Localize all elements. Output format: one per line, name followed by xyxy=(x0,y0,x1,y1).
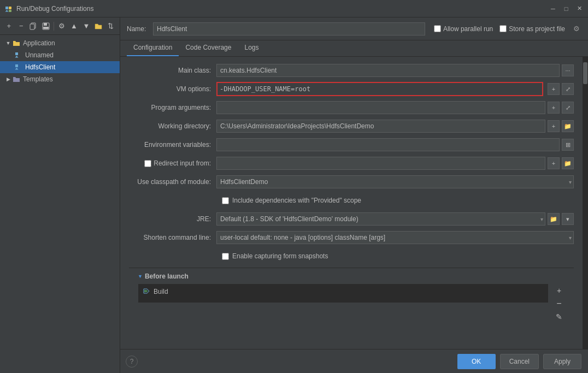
help-button[interactable]: ? xyxy=(126,356,138,368)
main-class-input[interactable] xyxy=(216,64,560,77)
gear-settings-button[interactable]: ⚙ xyxy=(572,24,581,34)
maximize-button[interactable]: □ xyxy=(562,4,571,13)
vm-options-input[interactable] xyxy=(220,85,540,93)
shorten-cmd-select[interactable]: user-local default: none - java [options… xyxy=(216,231,574,244)
before-launch-remove-button[interactable]: − xyxy=(553,298,565,310)
program-arguments-row: Program arguments: + ⤢ xyxy=(129,100,574,115)
move-down-button: ▼ xyxy=(81,20,92,32)
launch-item-build: Build xyxy=(138,284,548,299)
shorten-cmd-row: Shorten command line: user-local default… xyxy=(129,230,574,245)
shorten-cmd-wrapper: user-local default: none - java [options… xyxy=(216,231,574,244)
add-config-button[interactable]: + xyxy=(3,20,14,32)
tree-item-application[interactable]: ▼ Application xyxy=(0,37,120,49)
working-directory-label: Working directory: xyxy=(129,122,216,130)
shorten-cmd-label: Shorten command line: xyxy=(129,234,216,241)
tab-configuration[interactable]: Configuration xyxy=(127,40,179,56)
jre-dropdown-button[interactable]: ▾ xyxy=(562,213,574,225)
before-launch-section: ▼ Before launch xyxy=(129,268,574,327)
name-input[interactable] xyxy=(153,22,425,35)
jre-browse-button[interactable]: 📁 xyxy=(548,213,560,225)
name-options: Allow parallel run Store as project file… xyxy=(434,24,581,34)
main-class-browse-button[interactable]: ··· xyxy=(562,64,574,76)
working-directory-browse-button[interactable]: 📁 xyxy=(562,120,574,132)
program-arguments-label: Program arguments: xyxy=(129,104,216,111)
program-arguments-input[interactable] xyxy=(216,101,545,114)
redirect-input-row: Redirect input from: + 📁 xyxy=(129,156,574,170)
svg-marker-10 xyxy=(15,56,19,58)
vm-options-expand-button[interactable]: ⤢ xyxy=(562,83,574,95)
redirect-input-checkbox[interactable] xyxy=(144,160,151,167)
working-directory-add-button[interactable]: + xyxy=(548,120,560,132)
move-up-button[interactable]: ▲ xyxy=(68,20,79,32)
tree-arrow-application[interactable]: ▼ xyxy=(4,39,12,47)
tab-logs[interactable]: Logs xyxy=(238,40,265,56)
before-launch-arrow[interactable]: ▼ xyxy=(138,274,143,279)
allow-parallel-run-label[interactable]: Allow parallel run xyxy=(434,25,493,33)
jre-field: Default (1.8 - SDK of 'HdfsClientDemo' m… xyxy=(216,212,574,226)
enable-snapshots-checkbox[interactable] xyxy=(222,253,229,260)
launch-controls: + − ✎ xyxy=(553,283,565,323)
tab-code-coverage[interactable]: Code Coverage xyxy=(179,40,238,56)
allow-parallel-run-checkbox[interactable] xyxy=(434,25,441,32)
close-button[interactable]: ✕ xyxy=(575,4,584,13)
program-arguments-expand-button[interactable]: ⤢ xyxy=(562,102,574,114)
right-scrollbar[interactable] xyxy=(583,57,588,349)
program-arguments-field: + ⤢ xyxy=(216,101,574,114)
working-directory-field: + 📁 xyxy=(216,120,574,133)
vm-options-row: VM options: + ⤢ xyxy=(129,82,574,96)
remove-config-button[interactable]: − xyxy=(15,20,26,32)
enable-snapshots-row: Enable capturing form snapshots xyxy=(129,249,574,263)
main-class-field: ··· xyxy=(216,64,574,77)
before-launch-edit-button[interactable]: ✎ xyxy=(553,311,565,323)
redirect-input-input[interactable] xyxy=(216,157,545,170)
tree-label-templates: Templates xyxy=(23,75,53,83)
environment-variables-row: Environment variables: ⊞ xyxy=(129,138,574,152)
environment-variables-label: Environment variables: xyxy=(129,141,216,149)
working-directory-row: Working directory: + 📁 xyxy=(129,119,574,133)
copy-config-button[interactable] xyxy=(28,20,39,32)
include-dependencies-label[interactable]: Include dependencies with "Provided" sco… xyxy=(222,197,361,204)
environment-variables-input[interactable] xyxy=(216,138,560,151)
folder-button[interactable] xyxy=(93,20,104,32)
apply-button[interactable]: Apply xyxy=(543,354,581,369)
main-class-label: Main class: xyxy=(129,67,216,74)
save-config-button[interactable] xyxy=(40,20,51,32)
vm-options-add-button[interactable]: + xyxy=(548,83,560,95)
classpath-select[interactable]: HdfsClientDemo xyxy=(216,175,574,188)
svg-marker-12 xyxy=(15,68,19,70)
sort-button[interactable]: ⇅ xyxy=(105,20,116,32)
redirect-input-browse-button[interactable]: 📁 xyxy=(562,157,574,169)
sidebar: + − ⚙ ▲ ▼ xyxy=(0,17,120,373)
sidebar-toolbar: + − ⚙ ▲ ▼ xyxy=(0,17,120,35)
jre-label: JRE: xyxy=(129,215,216,223)
build-label: Build xyxy=(154,288,168,295)
templates-icon xyxy=(12,75,21,84)
ok-button[interactable]: OK xyxy=(457,354,496,369)
include-dependencies-checkbox[interactable] xyxy=(222,197,229,204)
svg-rect-7 xyxy=(44,23,47,26)
tree-item-hdfsclient[interactable]: HdfsClient xyxy=(0,61,120,73)
tree-arrow-templates[interactable]: ▶ xyxy=(4,75,12,83)
store-as-project-file-label[interactable]: Store as project file xyxy=(499,25,565,33)
window-controls: ─ □ ✕ xyxy=(549,4,584,13)
enable-snapshots-label[interactable]: Enable capturing form snapshots xyxy=(222,252,328,260)
jre-select[interactable]: Default (1.8 - SDK of 'HdfsClientDemo' m… xyxy=(216,212,545,226)
main-container: + − ⚙ ▲ ▼ xyxy=(0,17,588,373)
settings-button[interactable]: ⚙ xyxy=(56,20,67,32)
store-as-project-file-checkbox[interactable] xyxy=(499,25,507,32)
tree-item-unnamed[interactable]: Unnamed xyxy=(0,49,120,61)
tree-label-unnamed: Unnamed xyxy=(25,51,54,59)
config-form: Main class: ··· VM options: + ⤢ xyxy=(120,57,583,349)
before-launch-add-button[interactable]: + xyxy=(553,285,565,297)
environment-variables-browse-button[interactable]: ⊞ xyxy=(562,139,574,151)
vm-options-field: + ⤢ xyxy=(216,82,574,96)
scrollbar-thumb[interactable] xyxy=(583,62,587,84)
application-folder-icon xyxy=(12,39,21,48)
redirect-input-add-button[interactable]: + xyxy=(548,157,560,169)
program-arguments-add-button[interactable]: + xyxy=(548,102,560,114)
tree-item-templates[interactable]: ▶ Templates xyxy=(0,73,120,85)
tabs: Configuration Code Coverage Logs xyxy=(120,40,588,57)
working-directory-input[interactable] xyxy=(216,120,545,133)
minimize-button[interactable]: ─ xyxy=(549,4,557,13)
cancel-button[interactable]: Cancel xyxy=(500,354,539,369)
